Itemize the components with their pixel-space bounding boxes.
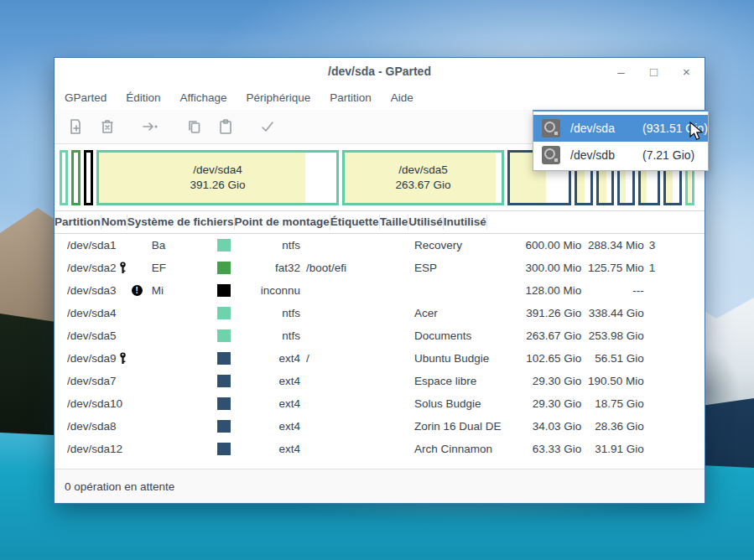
partition-size: 29.30 Gio bbox=[516, 397, 581, 410]
partition-used: 338.44 Gio bbox=[581, 307, 643, 319]
titlebar[interactable]: /dev/sda - GParted – □ × bbox=[55, 58, 705, 85]
partition-unused: 3 bbox=[644, 239, 705, 251]
table-row[interactable]: /dev/sda1 ! Ba ntfs bbox=[55, 234, 705, 257]
partition-size: 300.00 Mio bbox=[516, 262, 581, 274]
column-header: Système de fichiers bbox=[127, 215, 235, 230]
device-item[interactable]: /dev/sda (931.51 Gio) bbox=[533, 115, 708, 142]
copy-icon[interactable] bbox=[185, 117, 205, 137]
column-header: Partition bbox=[55, 215, 101, 230]
delete-partition-icon[interactable] bbox=[97, 117, 117, 137]
partition-name: /dev/sda10 bbox=[67, 397, 122, 410]
column-header: Inutilisé bbox=[444, 215, 487, 230]
partition-name: /dev/sda4 bbox=[67, 307, 117, 319]
filesystem-color-swatch bbox=[217, 307, 231, 319]
device-selector-popup: /dev/sda (931.51 Gio) /dev/sdb (7.21 Gio… bbox=[533, 110, 709, 171]
disk-segment[interactable]: /dev/sda4 391.26 Gio bbox=[96, 150, 339, 205]
filesystem-color-swatch bbox=[217, 284, 231, 297]
partition-used: 31.91 Gio bbox=[581, 443, 643, 455]
table-row[interactable]: /dev/sda4 ! ntfs bbox=[55, 302, 705, 324]
partition-name: /dev/sda7 bbox=[67, 375, 117, 387]
filesystem-type: ext4 bbox=[184, 420, 303, 433]
table-row[interactable]: /dev/sda3 ! Mi inconnu bbox=[55, 279, 705, 302]
partition-size: 102.65 Gio bbox=[516, 352, 581, 365]
filesystem-color-swatch bbox=[217, 397, 231, 410]
minimize-button[interactable]: – bbox=[615, 65, 627, 78]
warning-icon: ! bbox=[131, 284, 143, 297]
column-header: Point de montage bbox=[235, 215, 330, 230]
column-header: Utilisé bbox=[408, 215, 444, 230]
partition-name: /dev/sda8 bbox=[67, 420, 117, 433]
menu-item[interactable]: Édition bbox=[126, 91, 160, 104]
partition-label: Ubuntu Budgie bbox=[411, 352, 516, 365]
filesystem-type: ntfs bbox=[184, 307, 303, 319]
device-item[interactable]: /dev/sdb (7.21 Gio) bbox=[533, 142, 708, 169]
paste-icon[interactable] bbox=[216, 117, 236, 137]
table-row[interactable]: /dev/sda9 ! ext4 bbox=[55, 347, 705, 370]
filesystem-type: ext4 bbox=[184, 397, 303, 410]
partition-label: Recovery bbox=[411, 239, 516, 251]
menu-item[interactable]: Partition bbox=[330, 91, 372, 104]
menubar: GParted Édition Affichage Périphérique P… bbox=[55, 85, 705, 110]
menu-item[interactable]: Affichage bbox=[180, 91, 227, 104]
table-row[interactable]: /dev/sda10 ! ext4 bbox=[55, 392, 705, 415]
partition-used: 190.50 Mio bbox=[581, 375, 643, 387]
partition-size: 63.33 Gio bbox=[516, 443, 581, 455]
partition-name: /dev/sda2 bbox=[67, 262, 117, 274]
partition-used: 56.51 Gio bbox=[581, 352, 643, 365]
partition-unused: 1 bbox=[644, 262, 705, 274]
maximize-button[interactable]: □ bbox=[647, 65, 660, 78]
mounted-key-icon bbox=[117, 262, 129, 274]
filesystem-type: ntfs bbox=[184, 329, 303, 342]
mount-point: / bbox=[303, 352, 411, 365]
partition-label: ESP bbox=[411, 262, 516, 274]
partition-label: Documents bbox=[411, 329, 516, 342]
menu-item[interactable]: Périphérique bbox=[247, 91, 311, 104]
table-row[interactable]: /dev/sda8 ! ext4 bbox=[55, 415, 705, 438]
device-path: /dev/sda bbox=[570, 122, 642, 135]
partition-size: 600.00 Mio bbox=[516, 239, 581, 251]
close-button[interactable]: × bbox=[680, 65, 693, 78]
pending-operations-text: 0 opération en attente bbox=[65, 480, 174, 493]
partition-label-short: Ba bbox=[145, 239, 185, 251]
partition-label: Zorin 16 Dual DE bbox=[411, 420, 516, 433]
device-size: (7.21 Gio) bbox=[642, 148, 694, 162]
filesystem-type: ext4 bbox=[184, 352, 303, 365]
table-row[interactable]: /dev/sda7 ! ext4 bbox=[55, 370, 705, 392]
filesystem-type: ext4 bbox=[184, 443, 303, 455]
filesystem-color-swatch bbox=[217, 352, 231, 365]
partition-used: 253.98 Gio bbox=[581, 329, 643, 342]
column-header: Taille bbox=[380, 215, 409, 230]
partition-name: /dev/sda5 bbox=[67, 329, 117, 342]
disk-segment[interactable] bbox=[71, 150, 81, 205]
menu-item[interactable]: Aide bbox=[391, 91, 413, 104]
disk-segment[interactable] bbox=[84, 150, 93, 205]
disk-segment[interactable]: /dev/sda5 263.67 Gio bbox=[342, 150, 504, 205]
partition-table: Partition Nom Système de fichiers Point … bbox=[55, 211, 705, 470]
table-row[interactable]: /dev/sda5 ! ntfs bbox=[55, 324, 705, 347]
menu-item[interactable]: GParted bbox=[65, 91, 107, 104]
column-header: Nom bbox=[101, 215, 127, 230]
partition-label-short: Mi bbox=[145, 284, 185, 297]
table-header: Partition Nom Système de fichiers Point … bbox=[55, 211, 705, 234]
resize-move-icon[interactable] bbox=[140, 117, 160, 137]
table-row[interactable]: /dev/sda12 ! ext4 bbox=[55, 438, 705, 460]
statusbar: 0 opération en attente bbox=[55, 469, 705, 503]
partition-name: /dev/sda12 bbox=[67, 443, 122, 455]
table-row[interactable]: /dev/sda2 ! EF fat32 bbox=[55, 257, 705, 279]
partition-label: Solus Budgie bbox=[411, 397, 516, 410]
filesystem-color-swatch bbox=[217, 375, 231, 387]
filesystem-type: ext4 bbox=[184, 375, 303, 387]
new-partition-icon[interactable] bbox=[65, 117, 86, 137]
filesystem-type: fat32 bbox=[184, 262, 303, 274]
disk-segment[interactable] bbox=[60, 150, 68, 205]
filesystem-type: inconnu bbox=[184, 284, 303, 297]
filesystem-color-swatch bbox=[217, 262, 231, 274]
partition-name: /dev/sda9 bbox=[67, 352, 117, 365]
partition-used: 28.36 Gio bbox=[581, 420, 643, 433]
apply-operations-icon[interactable] bbox=[257, 117, 278, 137]
partition-used: 18.75 Gio bbox=[581, 397, 643, 410]
harddisk-icon bbox=[542, 119, 560, 137]
partition-name: /dev/sda1 bbox=[67, 239, 117, 251]
desktop: /dev/sda - GParted – □ × GParted Édition… bbox=[0, 0, 754, 560]
partition-label: Arch Cinnamon bbox=[411, 443, 516, 455]
